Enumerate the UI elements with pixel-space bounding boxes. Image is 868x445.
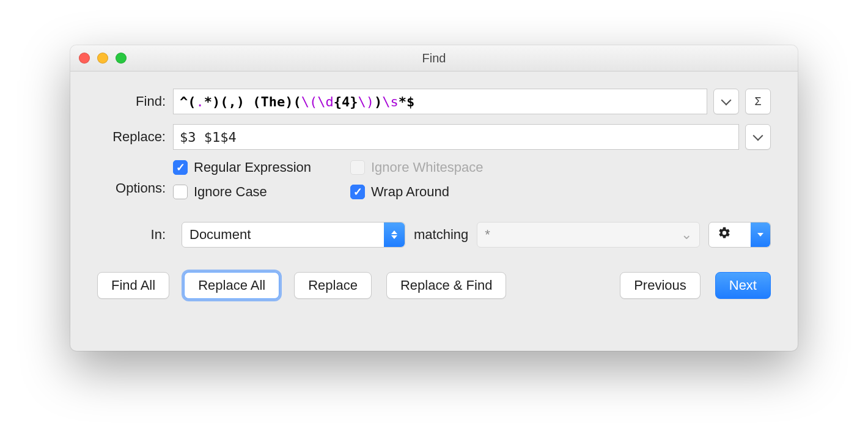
- chevron-down-icon: ⌄: [681, 227, 692, 243]
- find-dialog: Find Find: ^(.*)(,) (The)( \(\d{4}\))\s*…: [70, 45, 798, 351]
- matching-placeholder: *: [485, 227, 490, 243]
- replace-and-find-button[interactable]: Replace & Find: [386, 272, 506, 299]
- replace-label: Replace:: [97, 129, 173, 145]
- options-label: Options:: [97, 180, 173, 196]
- checkbox-icon: [173, 185, 188, 199]
- option-regular-expression[interactable]: Regular Expression: [173, 160, 350, 175]
- option-label: Regular Expression: [194, 160, 311, 175]
- previous-button[interactable]: Previous: [620, 272, 701, 299]
- find-history-button[interactable]: [713, 89, 739, 114]
- replace-row: Replace: $3 $1$4: [97, 124, 771, 150]
- scope-select-value: Document: [189, 227, 251, 243]
- checkbox-icon: [173, 160, 188, 175]
- window-controls: [79, 53, 127, 64]
- replace-all-button[interactable]: Replace All: [184, 272, 279, 299]
- checkbox-icon: [350, 160, 365, 175]
- find-all-button[interactable]: Find All: [97, 272, 169, 299]
- scope-row: In: Document matching * ⌄: [97, 222, 771, 248]
- zoom-window-button[interactable]: [116, 53, 127, 64]
- option-wrap-around[interactable]: Wrap Around: [350, 184, 771, 200]
- replace-history-button[interactable]: [745, 124, 771, 150]
- chevron-down-icon: [753, 131, 763, 141]
- in-label: In:: [97, 227, 173, 243]
- scope-select[interactable]: Document: [182, 222, 405, 248]
- minimize-window-button[interactable]: [97, 53, 108, 64]
- window-title: Find: [422, 51, 446, 65]
- find-row: Find: ^(.*)(,) (The)( \(\d{4}\))\s*$ Σ: [97, 89, 771, 114]
- option-ignore-whitespace: Ignore Whitespace: [350, 160, 771, 175]
- option-label: Ignore Whitespace: [371, 160, 483, 175]
- matching-label: matching: [414, 227, 468, 243]
- option-ignore-case[interactable]: Ignore Case: [173, 184, 350, 200]
- insert-pattern-button[interactable]: Σ: [745, 89, 771, 114]
- find-input[interactable]: ^(.*)(,) (The)( \(\d{4}\))\s*$: [173, 89, 707, 114]
- dropdown-indicator-icon: [751, 223, 770, 247]
- sigma-icon: Σ: [754, 95, 761, 108]
- checkbox-icon: [350, 185, 365, 199]
- dialog-body: Find: ^(.*)(,) (The)( \(\d{4}\))\s*$ Σ R…: [70, 72, 798, 314]
- titlebar: Find: [70, 45, 798, 72]
- options-row: Options: Regular Expression Ignore White…: [97, 160, 771, 217]
- matching-filter-input[interactable]: * ⌄: [477, 222, 700, 248]
- close-window-button[interactable]: [79, 53, 90, 64]
- chevron-down-icon: [721, 95, 732, 106]
- option-label: Wrap Around: [371, 184, 449, 200]
- button-bar: Find All Replace All Replace Replace & F…: [97, 272, 771, 299]
- replace-input[interactable]: $3 $1$4: [173, 124, 739, 150]
- gear-icon: [718, 226, 731, 243]
- replace-button[interactable]: Replace: [294, 272, 372, 299]
- next-button[interactable]: Next: [715, 272, 771, 299]
- scope-options-button[interactable]: [708, 222, 771, 248]
- updown-stepper-icon: [384, 223, 405, 247]
- find-label: Find:: [97, 94, 173, 109]
- option-label: Ignore Case: [194, 184, 267, 200]
